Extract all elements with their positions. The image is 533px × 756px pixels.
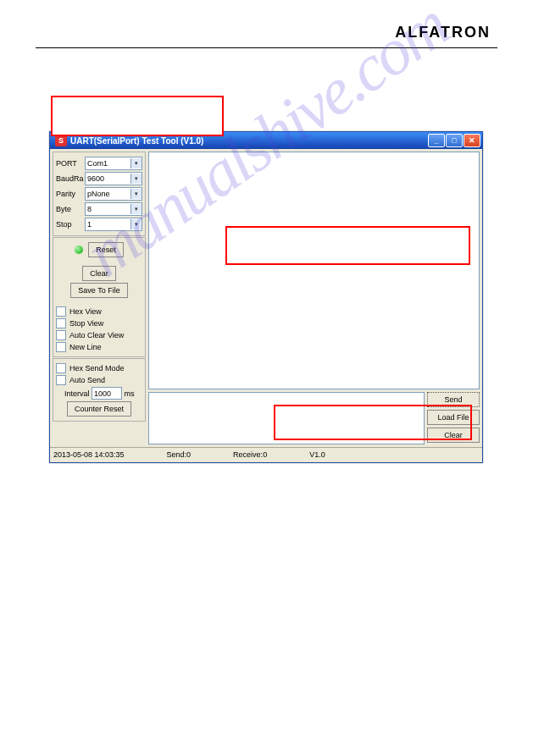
hex-view-check[interactable]: Hex View <box>56 306 142 317</box>
status-version: V1.0 <box>309 450 325 459</box>
status-timestamp: 2013-05-08 14:03:35 <box>53 450 125 459</box>
reset-button[interactable]: Reset <box>88 242 124 257</box>
status-led-icon <box>75 246 83 254</box>
chevron-down-icon: ▾ <box>130 158 142 168</box>
parity-combo[interactable]: pNone▾ <box>85 187 142 201</box>
brand-logo: ALFATRON <box>395 24 491 41</box>
app-icon: S <box>55 135 67 146</box>
save-to-file-button[interactable]: Save To File <box>70 283 127 298</box>
maximize-button[interactable]: □ <box>446 134 463 147</box>
baud-combo[interactable]: 9600▾ <box>85 172 142 185</box>
byte-label: Byte <box>56 205 85 213</box>
auto-clear-check[interactable]: Auto Clear View <box>56 330 142 340</box>
baud-label: BaudRa <box>56 174 85 183</box>
chevron-down-icon: ▾ <box>130 174 142 184</box>
port-combo[interactable]: Com1▾ <box>85 157 142 170</box>
receive-textarea[interactable] <box>148 152 480 389</box>
chevron-down-icon: ▾ <box>130 219 142 229</box>
port-settings-group: PORT Com1▾ BaudRa 9600▾ Parity pNone▾ By… <box>53 152 146 236</box>
stop-label: Stop <box>56 220 85 229</box>
close-button[interactable]: ✕ <box>464 134 480 147</box>
auto-send-check[interactable]: Auto Send <box>56 375 142 385</box>
port-label: PORT <box>56 159 85 168</box>
byte-combo[interactable]: 8▾ <box>85 202 142 216</box>
status-bar: 2013-05-08 14:03:35 Send:0 Receive:0 V1.… <box>50 447 482 461</box>
hex-send-check[interactable]: Hex Send Mode <box>56 363 142 373</box>
interval-input[interactable]: 1000 <box>92 387 122 400</box>
minimize-button[interactable]: _ <box>428 134 445 147</box>
annotation-box-1 <box>51 96 224 136</box>
new-line-check[interactable]: New Line <box>56 342 142 352</box>
chevron-down-icon: ▾ <box>130 204 142 214</box>
interval-label: Interval <box>64 389 90 398</box>
stop-combo[interactable]: 1▾ <box>85 218 142 231</box>
interval-unit: ms <box>125 389 135 398</box>
chevron-down-icon: ▾ <box>130 189 142 199</box>
annotation-box-3 <box>274 405 472 440</box>
annotation-box-2 <box>225 226 470 265</box>
status-send-count: Send:0 <box>167 450 192 459</box>
parity-label: Parity <box>56 190 85 198</box>
counter-reset-button[interactable]: Counter Reset <box>67 401 131 417</box>
stop-view-check[interactable]: Stop View <box>56 318 142 328</box>
status-recv-count: Receive:0 <box>233 450 267 459</box>
divider <box>36 47 497 48</box>
window-title: UART(SerialPort) Test Tool (V1.0) <box>70 136 203 146</box>
clear-button[interactable]: Clear <box>82 266 116 281</box>
